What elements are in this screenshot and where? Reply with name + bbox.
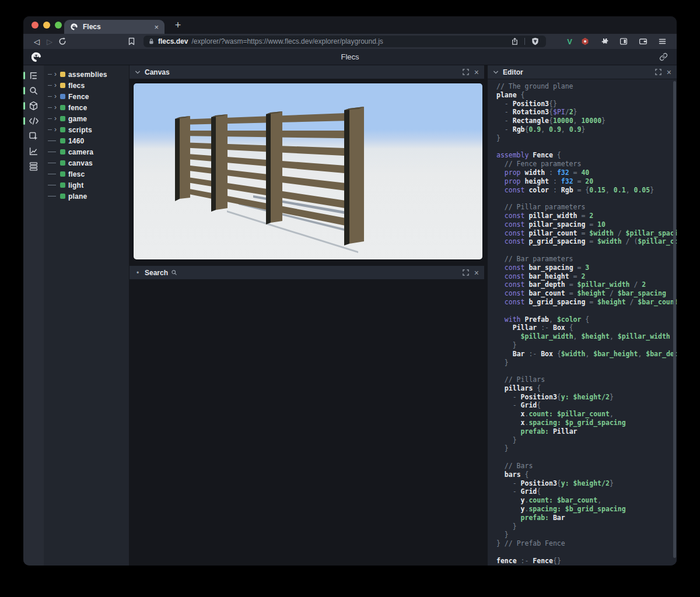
browser-tab-flecs[interactable]: Flecs × — [64, 20, 164, 34]
tree-item[interactable]: ›flecs — [44, 80, 129, 91]
entity-type-swatch — [60, 160, 65, 166]
url-bar[interactable]: flecs.dev /explorer/?wasm=https://www.fl… — [144, 36, 546, 47]
tree-item[interactable]: ›Fence — [44, 91, 129, 102]
menu-hamburger-icon[interactable] — [656, 38, 668, 45]
zoom-window-button[interactable] — [55, 22, 62, 29]
sidebar-toggle-icon[interactable] — [617, 37, 630, 45]
expand-chevron-icon[interactable]: › — [54, 115, 57, 122]
screenshot-icon[interactable] — [27, 131, 40, 142]
tree-item[interactable]: light — [44, 180, 129, 191]
bookmark-icon[interactable] — [125, 37, 138, 45]
tree-item[interactable]: camera — [44, 146, 129, 157]
tree-item-label: game — [68, 115, 87, 123]
fullscreen-icon[interactable] — [655, 69, 662, 75]
search-tool-icon[interactable] — [27, 85, 40, 96]
wallet-icon[interactable] — [636, 37, 649, 45]
code-line: const bar_spacing = 3 — [496, 264, 677, 272]
tree-item-label: flesc — [68, 170, 85, 178]
tree-item[interactable]: ›game — [44, 113, 129, 124]
expand-chevron-icon[interactable]: › — [54, 126, 57, 133]
desktop-background: Flecs × + ◁ ▷ — [0, 0, 700, 597]
code-line: } — [496, 444, 677, 453]
code-line: } — [496, 341, 677, 350]
tree-item-label: 1460 — [68, 137, 85, 145]
editor-scrollbar[interactable] — [673, 81, 676, 558]
expand-chevron-icon[interactable]: › — [54, 104, 57, 111]
tree-item-label: Fence — [68, 93, 89, 101]
tree-item[interactable]: plane — [44, 191, 129, 202]
entity-type-swatch — [60, 83, 65, 88]
close-window-button[interactable] — [32, 22, 38, 29]
minimize-window-button[interactable] — [43, 22, 50, 29]
search-panel-header[interactable]: • Search × — [130, 266, 484, 280]
expand-chevron-icon[interactable]: › — [54, 71, 57, 78]
fullscreen-icon[interactable] — [463, 269, 469, 276]
url-domain: flecs.dev — [158, 37, 188, 45]
tree-item[interactable]: 1460 — [44, 135, 129, 146]
expand-chevron-icon[interactable]: › — [54, 82, 57, 89]
tree-item[interactable]: ›assemblies — [44, 69, 129, 80]
app-header: Flecs — [23, 49, 677, 65]
collapsed-dot-icon[interactable]: • — [135, 269, 141, 276]
code-line: with Prefab, $color { — [496, 315, 677, 324]
code-line: Pillar :- Box { — [496, 324, 677, 332]
code-line: - Rgb{0.9, 0.9, 0.9} — [496, 125, 677, 134]
close-panel-icon[interactable]: × — [474, 269, 479, 277]
hexagon-extension-icon[interactable] — [579, 37, 592, 45]
code-line — [496, 367, 677, 375]
cube-icon[interactable] — [27, 100, 40, 111]
tree-connector — [48, 141, 56, 141]
code-line: - Position3{y: $height/2} — [496, 393, 677, 402]
editor-code[interactable]: // The ground planeplane { - Position3{}… — [488, 79, 677, 566]
extensions-puzzle-icon[interactable] — [598, 37, 611, 45]
3d-viewport[interactable] — [133, 83, 483, 260]
code-line: x.count: $pillar_count, — [496, 410, 677, 419]
code-line: plane { — [496, 91, 677, 100]
vue-devtools-icon[interactable]: V — [567, 37, 572, 46]
chart-icon[interactable] — [27, 146, 40, 157]
close-panel-icon[interactable]: × — [474, 68, 479, 76]
lock-icon — [148, 38, 155, 45]
code-line: // The ground plane — [496, 82, 677, 91]
entity-type-swatch — [60, 171, 65, 177]
code-line: const color : Rgb = {0.15, 0.1, 0.05} — [496, 186, 677, 195]
code-line: prop width : f32 = 40 — [496, 168, 677, 177]
window-controls — [32, 22, 62, 29]
expand-chevron-icon[interactable]: › — [54, 93, 57, 100]
new-tab-button[interactable]: + — [170, 17, 186, 33]
code-line — [496, 307, 677, 315]
tree-item-label: light — [68, 181, 83, 189]
code-line: fence :- Fence{} — [496, 557, 677, 566]
tree-item[interactable]: ›scripts — [44, 124, 129, 135]
reload-icon[interactable] — [56, 37, 69, 45]
tree-item[interactable]: ›fence — [44, 102, 129, 113]
tree-item[interactable]: flesc — [44, 168, 129, 180]
code-line — [496, 194, 677, 203]
chevron-down-icon[interactable] — [493, 70, 499, 75]
brave-shield-icon[interactable] — [528, 37, 541, 45]
tree-connector — [48, 96, 52, 97]
code-line: prefab: Bar — [496, 514, 677, 522]
code-icon[interactable] — [27, 115, 40, 127]
code-line — [496, 143, 677, 152]
entity-tree-icon[interactable] — [27, 70, 40, 81]
chevron-down-icon[interactable] — [135, 70, 141, 75]
tree-item[interactable]: canvas — [44, 157, 129, 168]
active-pill — [23, 72, 25, 79]
code-line: - Rectangle{10000, 10000} — [496, 117, 677, 125]
fullscreen-icon[interactable] — [463, 69, 469, 75]
code-line: prop height : f32 = 20 — [496, 177, 677, 186]
editor-panel-header[interactable]: Editor × — [488, 65, 677, 79]
stack-icon[interactable] — [27, 161, 40, 172]
tab-close-icon[interactable]: × — [154, 23, 159, 31]
code-line: } — [496, 522, 677, 531]
url-divider — [524, 38, 525, 45]
code-line: - Grid{ — [496, 487, 677, 496]
canvas-panel-header[interactable]: Canvas × — [130, 65, 484, 79]
tree-item-label: assemblies — [68, 71, 107, 79]
page-title: Flecs — [23, 52, 677, 61]
tree-connector — [48, 129, 52, 130]
share-icon[interactable] — [508, 37, 521, 45]
close-panel-icon[interactable]: × — [667, 68, 671, 76]
back-icon[interactable]: ◁ — [30, 37, 43, 46]
